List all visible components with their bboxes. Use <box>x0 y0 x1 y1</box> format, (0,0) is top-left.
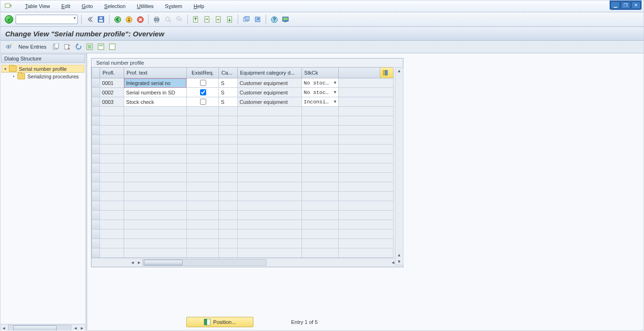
menu-help[interactable]: Help <box>188 0 210 12</box>
cell-empty[interactable] <box>124 192 187 201</box>
table-row[interactable] <box>92 173 393 182</box>
cell-empty[interactable] <box>124 144 187 154</box>
cell-empty[interactable] <box>301 173 338 182</box>
cell-empty[interactable] <box>237 192 301 201</box>
table-row[interactable] <box>92 182 393 192</box>
cell-empty[interactable] <box>237 163 301 173</box>
cell-empty[interactable] <box>237 173 301 182</box>
cell-empty[interactable] <box>186 126 218 135</box>
row-selector[interactable] <box>92 78 100 88</box>
row-selector[interactable] <box>92 163 100 173</box>
scroll-thumb[interactable] <box>144 260 183 265</box>
cell-empty[interactable] <box>100 154 124 163</box>
cell-empty[interactable] <box>100 192 124 201</box>
col-header-profl[interactable]: Profl. <box>100 68 124 78</box>
table-row[interactable] <box>92 116 393 126</box>
cell-empty[interactable] <box>186 144 218 154</box>
cell-empty[interactable] <box>237 154 301 163</box>
cell-empty[interactable] <box>186 163 218 173</box>
cell-existreq[interactable] <box>186 97 218 107</box>
row-selector[interactable] <box>92 116 100 126</box>
cell-empty[interactable] <box>237 116 301 126</box>
col-header-stkck[interactable]: StkCk <box>301 68 338 78</box>
prev-page-icon[interactable] <box>202 15 212 24</box>
new-entries-button[interactable]: New Entries <box>16 42 49 51</box>
cell-empty[interactable] <box>100 135 124 144</box>
cell-empty[interactable] <box>100 220 124 229</box>
cell-empty[interactable] <box>301 239 338 248</box>
row-selector[interactable] <box>92 201 100 211</box>
cell-empty[interactable] <box>301 107 338 116</box>
cell-stkck[interactable]: No stoc…▼ <box>301 78 338 88</box>
cell-empty[interactable] <box>186 135 218 144</box>
cell-empty[interactable] <box>100 201 124 211</box>
cell-empty[interactable] <box>301 135 338 144</box>
cell-empty[interactable] <box>219 126 238 135</box>
row-selector[interactable] <box>92 88 100 97</box>
last-page-icon[interactable] <box>225 15 234 24</box>
undo-icon[interactable] <box>74 42 83 51</box>
table-row[interactable] <box>92 201 393 211</box>
cell-empty[interactable] <box>100 229 124 239</box>
cell-empty[interactable] <box>186 173 218 182</box>
cell-empty[interactable] <box>237 220 301 229</box>
scroll-track[interactable] <box>8 325 71 331</box>
cell-empty[interactable] <box>186 220 218 229</box>
col-header-prof-text[interactable]: Prof. text <box>124 68 187 78</box>
menu-goto[interactable]: Goto <box>76 0 99 12</box>
table-row[interactable] <box>92 220 393 229</box>
cell-empty[interactable] <box>237 239 301 248</box>
stkck-dropdown[interactable]: No stoc…▼ <box>304 90 336 95</box>
cell-equipment-desc[interactable]: Customer equipment <box>237 88 301 97</box>
collapse-icon[interactable] <box>85 15 94 24</box>
minimize-button[interactable]: ▁ <box>611 1 620 9</box>
cell-prof-text[interactable]: Integrated serial no <box>124 78 187 88</box>
cell-empty[interactable] <box>124 163 187 173</box>
cell-empty[interactable] <box>100 182 124 192</box>
exit-icon[interactable] <box>124 15 134 24</box>
cell-empty[interactable] <box>301 154 338 163</box>
row-selector[interactable] <box>92 97 100 107</box>
scroll-up-icon[interactable]: ▲ <box>395 252 403 258</box>
cell-empty[interactable] <box>186 116 218 126</box>
cell-existreq[interactable] <box>186 88 218 97</box>
scroll-track[interactable] <box>142 259 267 266</box>
cell-empty[interactable] <box>124 220 187 229</box>
existreq-checkbox[interactable] <box>200 99 206 105</box>
cell-profl[interactable]: 0003 <box>100 97 124 107</box>
scroll-track[interactable] <box>395 74 403 252</box>
cell-empty[interactable] <box>219 173 238 182</box>
table-row[interactable] <box>92 163 393 173</box>
cell-empty[interactable] <box>237 229 301 239</box>
cell-empty[interactable] <box>219 192 238 201</box>
cell-empty[interactable] <box>186 182 218 192</box>
command-field[interactable] <box>16 15 78 24</box>
cell-empty[interactable] <box>100 144 124 154</box>
scroll-left-icon[interactable]: ◄ <box>72 325 79 331</box>
table-row[interactable] <box>92 229 393 239</box>
cell-empty[interactable] <box>219 239 238 248</box>
cell-empty[interactable] <box>100 116 124 126</box>
cell-profl[interactable]: 0002 <box>100 88 124 97</box>
row-selector[interactable] <box>92 107 100 116</box>
table-row[interactable] <box>92 192 393 201</box>
cell-category[interactable]: S <box>219 88 238 97</box>
cell-empty[interactable] <box>186 154 218 163</box>
cell-empty[interactable] <box>186 211 218 220</box>
cell-empty[interactable] <box>301 163 338 173</box>
enter-button[interactable] <box>4 15 14 24</box>
col-header-cat[interactable]: Ca... <box>219 68 238 78</box>
cell-empty[interactable] <box>124 135 187 144</box>
scroll-right-icon[interactable]: ► <box>136 260 142 265</box>
local-layout-icon[interactable] <box>281 15 290 24</box>
table-row[interactable] <box>92 107 393 116</box>
maximize-button[interactable]: ❐ <box>621 1 630 9</box>
scroll-right-icon[interactable]: ► <box>79 325 85 331</box>
cell-empty[interactable] <box>301 144 338 154</box>
table-row[interactable]: 0003Stock checkSCustomer equipmentIncons… <box>92 97 393 107</box>
tree-horizontal-scrollbar[interactable]: ◄ ◄ ► <box>0 324 85 331</box>
existreq-checkbox[interactable] <box>200 89 206 95</box>
copy-as-icon[interactable] <box>51 42 60 51</box>
cell-empty[interactable] <box>219 163 238 173</box>
row-selector[interactable] <box>92 182 100 192</box>
